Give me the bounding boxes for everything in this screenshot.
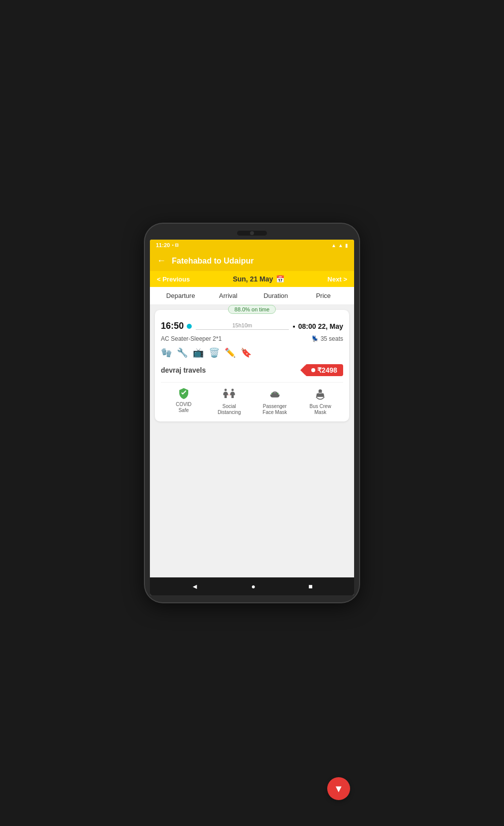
back-nav-button[interactable]: ◄ [191, 582, 198, 590]
amenity-pillow-icon: 🧤 [161, 347, 172, 358]
duration-text: 15h10m [233, 322, 252, 328]
route-line [196, 329, 289, 330]
safety-item-social: SocialDistancing [211, 388, 248, 415]
departure-col-header: Departure [157, 292, 205, 299]
on-time-badge: 88.0% on time [228, 305, 276, 314]
bus-details-row: AC Seater-Sleeper 2*1 💺 35 seats [161, 335, 343, 342]
seat-icon: 💺 [311, 335, 319, 342]
previous-date-button[interactable]: < Previous [157, 275, 190, 283]
svg-point-3 [271, 393, 272, 394]
bus-timing-row: 16:50 15h10m ▪ 08:00 22, May [161, 321, 343, 331]
price-wrapper: ₹2498 [305, 364, 343, 376]
operator-name: devraj travels [161, 366, 206, 374]
price-col-header: Price [300, 292, 348, 299]
wifi-icon: ▲ [331, 243, 336, 248]
covid-safe-label: COVIDSafe [176, 402, 192, 413]
departure-dot-icon [187, 324, 192, 329]
amenity-bookmark-icon: 🔖 [241, 347, 252, 358]
camera-lens [250, 231, 254, 235]
svg-point-1 [232, 389, 234, 391]
back-button[interactable]: ← [157, 256, 166, 266]
status-bar: 11:20 ▪ ⊟ ▲ ▲ ▮ [150, 240, 354, 251]
amenity-trash-icon: 🗑️ [209, 347, 220, 358]
price-dot-icon [311, 368, 315, 372]
amenities-row: 🧤 🔧 📺 🗑️ ✏️ 🔖 [161, 347, 343, 358]
operator-price-row: devraj travels ₹2498 [161, 364, 343, 376]
svg-point-4 [277, 393, 278, 394]
screen: 11:20 ▪ ⊟ ▲ ▲ ▮ ← Fatehabad to Udaipur <… [150, 240, 354, 595]
current-date: Sun, 21 May 📅 [233, 275, 284, 283]
clock: 11:20 [156, 242, 170, 248]
next-date-button[interactable]: Next > [328, 275, 347, 283]
passenger-mask-icon [268, 388, 282, 402]
signal-icon: ▲ [338, 243, 343, 248]
battery-icon: ▮ [345, 243, 348, 248]
device-frame: 11:20 ▪ ⊟ ▲ ▲ ▮ ← Fatehabad to Udaipur <… [145, 224, 359, 602]
passenger-mask-label: PassengerFace Mask [262, 404, 287, 415]
price-text: ₹2498 [317, 366, 337, 374]
duration-col-header: Duration [252, 292, 300, 299]
recents-nav-button[interactable]: ■ [308, 582, 312, 590]
departure-time-text: 16:50 [161, 321, 184, 331]
header-title: Fatehabad to Udaipur [172, 257, 253, 266]
covid-safe-icon [178, 388, 190, 400]
price-badge[interactable]: ₹2498 [305, 364, 343, 376]
arrival-info: ▪ 08:00 22, May [293, 322, 343, 330]
amenity-wrench-icon: 🔧 [177, 347, 188, 358]
social-distancing-icon [222, 388, 236, 402]
app-header: ← Fatehabad to Udaipur [150, 251, 354, 271]
status-time: 11:20 ▪ ⊟ [156, 242, 179, 248]
bottom-nav-bar: ◄ ● ■ [150, 577, 354, 595]
device-camera [237, 231, 267, 236]
column-headers: Departure Arrival Duration Price [150, 287, 354, 305]
safety-item-passenger-mask: PassengerFace Mask [256, 388, 293, 415]
seats-count: 35 seats [321, 335, 343, 342]
safety-features-row: COVIDSafe SocialDistancing [161, 382, 343, 415]
bus-type-text: AC Seater-Sleeper 2*1 [161, 335, 222, 342]
amenity-pencil-icon: ✏️ [225, 347, 236, 358]
crew-mask-label: Bus CrewMask [310, 404, 331, 415]
date-text: Sun, 21 May [233, 275, 273, 283]
status-icons: ▲ ▲ ▮ [331, 243, 348, 248]
home-nav-button[interactable]: ● [251, 582, 255, 590]
arrival-icon: ▪ [293, 322, 295, 330]
bus-card[interactable]: 88.0% on time 16:50 15h10m ▪ 08:00 22, M… [155, 310, 349, 421]
svg-point-0 [225, 389, 227, 391]
calendar-icon[interactable]: 📅 [276, 275, 284, 283]
safety-item-covid: COVIDSafe [165, 388, 202, 415]
amenity-tv-icon: 📺 [193, 347, 204, 358]
arrival-time-text: 08:00 22, May [298, 322, 343, 330]
safety-item-crew-mask: Bus CrewMask [302, 388, 339, 415]
date-navigation: < Previous Sun, 21 May 📅 Next > [150, 271, 354, 287]
duration-section: 15h10m [192, 322, 293, 330]
social-distancing-label: SocialDistancing [218, 404, 241, 415]
main-content: 88.0% on time 16:50 15h10m ▪ 08:00 22, M… [150, 305, 354, 577]
arrival-col-header: Arrival [205, 292, 252, 299]
seats-info: 💺 35 seats [311, 335, 343, 342]
departure-time: 16:50 [161, 321, 192, 331]
crew-mask-icon [313, 388, 327, 402]
